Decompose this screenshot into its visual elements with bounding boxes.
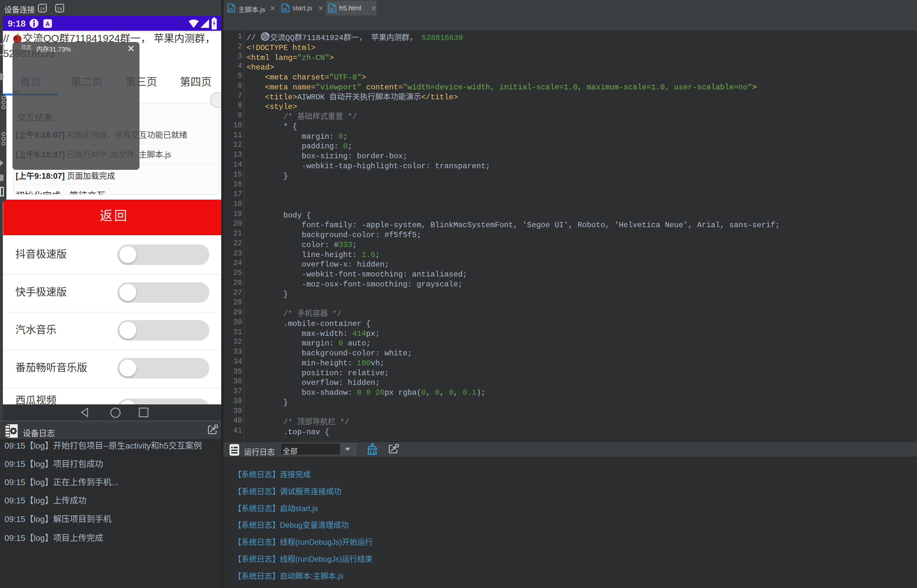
svg-text:JS: JS <box>329 7 334 12</box>
svg-text:2X: 2X <box>57 6 63 11</box>
svg-text:1X: 1X <box>40 6 45 11</box>
svg-text:JS: JS <box>282 7 287 12</box>
svg-text:A: A <box>45 21 50 27</box>
svg-text:JS: JS <box>228 7 233 12</box>
